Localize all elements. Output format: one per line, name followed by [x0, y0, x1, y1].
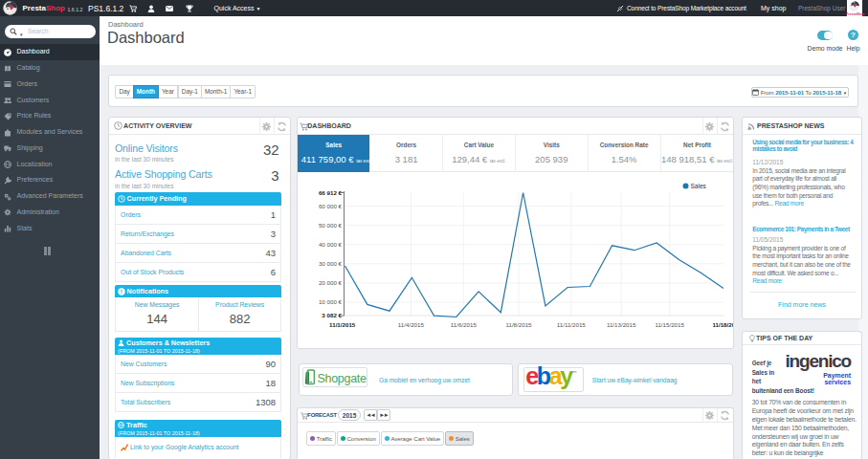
svg-text:11/13/2015: 11/13/2015 — [607, 321, 636, 328]
svg-text:60 000 €: 60 000 € — [319, 203, 343, 209]
svg-text:10 000 €: 10 000 € — [319, 298, 343, 305]
svg-text:11/15/2015: 11/15/2015 — [656, 321, 685, 328]
svg-text:40 000 €: 40 000 € — [319, 241, 343, 248]
svg-text:11/18/201: 11/18/201 — [713, 321, 734, 328]
svg-text:11/4/2015: 11/4/2015 — [398, 321, 425, 328]
svg-text:11/11/2015: 11/11/2015 — [557, 321, 587, 328]
svg-text:3 082 €: 3 082 € — [323, 312, 343, 318]
svg-text:11/1/2015: 11/1/2015 — [329, 321, 356, 328]
svg-text:Sales: Sales — [691, 183, 707, 189]
svg-text:66 912 €: 66 912 € — [319, 189, 343, 196]
svg-text:11/6/2015: 11/6/2015 — [451, 321, 478, 328]
svg-text:50 000 €: 50 000 € — [319, 222, 343, 229]
svg-text:30 000 €: 30 000 € — [319, 260, 343, 267]
svg-text:20 000 €: 20 000 € — [319, 279, 343, 286]
svg-text:11/8/2015: 11/8/2015 — [506, 321, 533, 328]
